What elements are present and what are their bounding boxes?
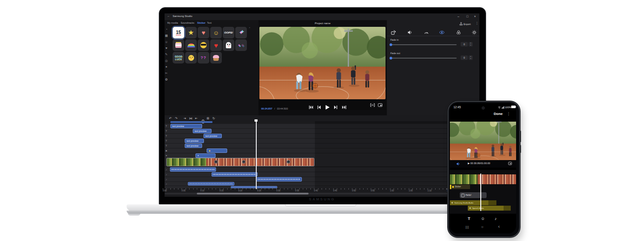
text-clip[interactable]: text preview — [185, 139, 204, 143]
speed-tool-icon[interactable] — [423, 29, 429, 34]
fade-out-slider[interactable] — [390, 58, 457, 59]
phone-menu-icon[interactable]: ⋮ — [507, 112, 510, 116]
playhead-handle[interactable] — [254, 119, 258, 122]
category-hearts-icon[interactable]: ♥ — [164, 47, 169, 50]
fullscreen-icon[interactable] — [378, 103, 382, 107]
nav-recents-icon[interactable]: ||| — [466, 225, 469, 228]
phone-fullscreen-icon[interactable] — [508, 161, 512, 165]
effect-clip[interactable]: ✦ — [195, 153, 216, 158]
phone-sticker-clip[interactable]: Sticker — [450, 185, 470, 189]
transition-icon[interactable]: ‹› — [242, 160, 246, 164]
fade-out-value[interactable]: 0 — [461, 55, 468, 60]
category-decor-icon[interactable]: ✿ — [164, 78, 169, 81]
phone-text-clip[interactable]: THello! — [460, 192, 487, 198]
nav-back-icon[interactable]: ‹ — [498, 224, 500, 229]
done-button[interactable]: Done — [494, 112, 503, 116]
category-cutouts-icon[interactable]: ✂ — [164, 72, 169, 75]
text-clip[interactable]: text preview — [170, 124, 202, 128]
sticker-birthday-cake[interactable] — [173, 39, 184, 51]
sticker-good-luck[interactable]: GOOD LUCK — [173, 52, 184, 63]
tab-soundtracks[interactable]: Soundtracks — [181, 21, 195, 24]
fade-in-slider-thumb[interactable] — [390, 43, 392, 46]
audio-clip[interactable] — [170, 167, 216, 172]
sticker-question-marks[interactable]: ?? — [198, 52, 209, 63]
undo-icon[interactable]: ↶ — [169, 117, 172, 120]
maximize-button[interactable]: □ — [466, 15, 468, 18]
sticker-heart-face[interactable]: ♥ — [198, 27, 209, 38]
step-forward-icon[interactable] — [334, 106, 337, 109]
minimize-button[interactable]: – — [458, 15, 459, 18]
category-recent-icon[interactable]: ◔ — [164, 28, 169, 31]
fade-out-slider-thumb[interactable] — [390, 57, 392, 59]
trim-right-icon[interactable]: ⇤ — [195, 117, 198, 120]
play-icon[interactable] — [326, 105, 330, 110]
export-button[interactable]: Export — [459, 22, 470, 25]
fade-in-value[interactable]: 0 — [461, 42, 468, 47]
fade-in-slider[interactable] — [390, 44, 457, 45]
skip-forward-icon[interactable] — [342, 106, 346, 109]
phone-audio-clip-2[interactable]: Speech Audio — [468, 206, 511, 211]
phone-video-preview[interactable] — [450, 122, 516, 160]
back-arrow-icon[interactable]: ← — [167, 15, 170, 17]
sticker-clip[interactable]: ☻ — [207, 148, 227, 153]
sticker-stars-scatter[interactable]: ✦✧ — [235, 39, 247, 51]
sticker-zany-face[interactable]: ☺ — [210, 27, 222, 38]
phone-audio-select-icon[interactable] — [456, 162, 460, 166]
phone-play-icon[interactable]: ▶ — [468, 162, 470, 165]
category-shapes-icon[interactable]: ◎ — [164, 59, 169, 63]
close-button[interactable]: × — [474, 15, 476, 18]
phone-video-strip[interactable] — [450, 174, 516, 184]
trim-left-icon[interactable]: ⇥ — [183, 117, 186, 120]
fade-out-stepper[interactable]: ▴▾ — [469, 55, 473, 60]
color-tool-icon[interactable] — [455, 29, 462, 34]
video-preview[interactable] — [259, 27, 386, 99]
fade-in-stepper[interactable]: ▴▾ — [469, 42, 473, 47]
text-clip[interactable]: text preview — [193, 129, 212, 133]
rotate-icon[interactable]: ↻ — [212, 117, 215, 120]
category-celebration-icon[interactable]: ✦ — [164, 65, 169, 69]
sticker-star[interactable]: ★ — [185, 27, 197, 38]
duplicate-icon[interactable]: ⊞ — [207, 117, 209, 120]
audio-clip[interactable] — [188, 182, 234, 186]
adjust-tool-icon[interactable] — [471, 29, 477, 34]
skip-back-icon[interactable] — [309, 106, 313, 109]
sticker-calendar-15[interactable]: 15 — [173, 27, 184, 38]
sticker-chick-face[interactable] — [185, 52, 197, 63]
fit-to-width-icon[interactable] — [370, 103, 375, 107]
tab-sticker[interactable]: Sticker — [197, 21, 205, 24]
volume-tool-icon[interactable] — [407, 29, 413, 34]
sticker-rainbow[interactable] — [185, 39, 197, 51]
text-clip[interactable]: text preview — [203, 134, 222, 138]
redo-icon[interactable]: ↷ — [175, 117, 178, 120]
sticker-red-heart[interactable]: ♥ — [210, 39, 222, 51]
clipped-text-clip[interactable] — [170, 121, 212, 123]
tab-text[interactable]: Text — [207, 21, 212, 24]
sticker-oops[interactable]: OOPS! — [223, 27, 234, 38]
phone-music-tool-icon[interactable]: ♪ — [495, 216, 497, 221]
playhead[interactable] — [256, 121, 257, 189]
sticker-cupcake[interactable] — [210, 52, 222, 63]
sticker-scroll-up-icon[interactable]: ⌃ — [249, 27, 250, 30]
phone-text-tool-icon[interactable]: T — [468, 216, 470, 221]
sticker-cool-face[interactable] — [198, 39, 209, 51]
phone-audio-clip-1[interactable]: Samsung Studio Audio — [450, 200, 496, 205]
inspector-menu-icon[interactable]: ⋮ — [475, 21, 479, 25]
timeline-scrollbar-thumb[interactable] — [197, 193, 309, 194]
audio-clip[interactable] — [212, 172, 258, 177]
video-clip-strip[interactable] — [166, 158, 314, 166]
project-name[interactable]: Project name — [258, 22, 387, 25]
category-smileys-icon[interactable]: ☺ — [164, 40, 169, 43]
transition-icon[interactable]: ‹› — [287, 160, 290, 164]
split-icon[interactable]: ⋈ — [189, 117, 192, 120]
step-back-icon[interactable] — [318, 106, 321, 109]
audio-clip[interactable] — [256, 177, 302, 182]
transform-tool-icon[interactable] — [390, 29, 396, 34]
phone-sticker-tool-icon[interactable]: ☺ — [481, 216, 485, 221]
sticker-party-popper[interactable]: ✦ — [235, 27, 247, 38]
phone-playhead[interactable] — [480, 173, 481, 211]
category-calendar-icon[interactable]: ▦ — [164, 34, 169, 38]
category-doodles-icon[interactable]: ✎ — [164, 53, 169, 56]
transition-icon[interactable]: ‹› — [214, 160, 218, 164]
sticker-ghost[interactable] — [223, 39, 234, 51]
text-clip[interactable]: text preview — [185, 144, 202, 148]
